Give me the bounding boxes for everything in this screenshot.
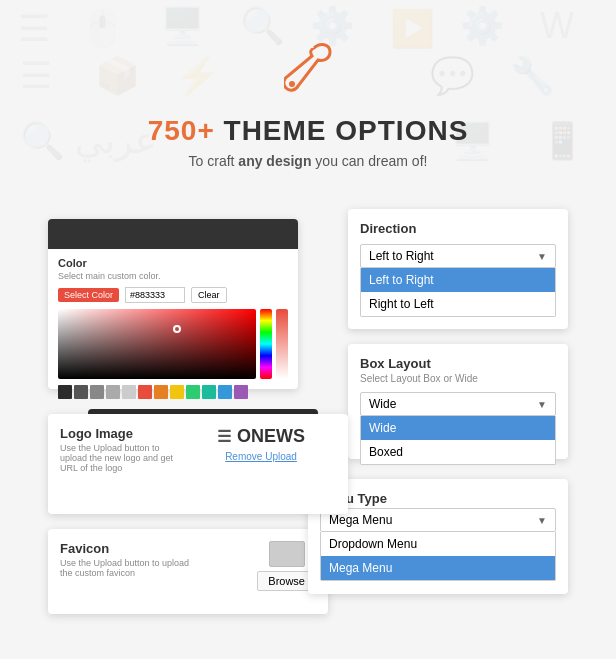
- logo-name: ONEWS: [237, 426, 305, 447]
- menu-type-selected-text: Mega Menu: [329, 513, 392, 527]
- color-swatch[interactable]: [90, 385, 104, 399]
- color-sublabel: Select main custom color.: [58, 271, 288, 281]
- color-swatch[interactable]: [186, 385, 200, 399]
- color-swatch[interactable]: [170, 385, 184, 399]
- box-layout-selected-text: Wide: [369, 397, 396, 411]
- favicon-card: Favicon Use the Upload button to upload …: [48, 529, 328, 614]
- direction-label: Direction: [360, 221, 556, 236]
- color-swatch[interactable]: [106, 385, 120, 399]
- color-swatch[interactable]: [138, 385, 152, 399]
- color-label: Color: [58, 257, 288, 269]
- favicon-info: Favicon Use the Upload button to upload …: [60, 541, 190, 584]
- menu-type-option-dropdown[interactable]: Dropdown Menu: [321, 532, 555, 556]
- color-hue-bar[interactable]: [260, 309, 272, 379]
- color-picker-area: [58, 309, 288, 379]
- color-swatch[interactable]: [58, 385, 72, 399]
- subtitle-part1: To craft: [189, 153, 239, 169]
- color-select-row: Select Color Clear: [58, 287, 288, 303]
- color-swatch[interactable]: [218, 385, 232, 399]
- direction-card: Direction Left to Right ▼ Left to Right …: [348, 209, 568, 329]
- header-title: 750+ THEME OPTIONS: [148, 115, 469, 147]
- color-swatch[interactable]: [74, 385, 88, 399]
- title-main: THEME OPTIONS: [215, 115, 469, 146]
- header-section: 750+ THEME OPTIONS To craft any design y…: [148, 0, 469, 169]
- color-swatches: [58, 385, 288, 399]
- favicon-thumbnail: [269, 541, 305, 567]
- main-content: 750+ THEME OPTIONS To craft any design y…: [0, 0, 616, 639]
- color-hex-input[interactable]: [125, 287, 185, 303]
- direction-dropdown[interactable]: Left to Right ▼ Left to Right Right to L…: [360, 244, 556, 317]
- direction-option-ltr[interactable]: Left to Right: [361, 268, 555, 292]
- color-swatch[interactable]: [234, 385, 248, 399]
- menu-type-dropdown[interactable]: Mega Menu ▼ Dropdown Menu Mega Menu: [320, 508, 556, 581]
- box-layout-label: Box Layout: [360, 356, 556, 371]
- menu-type-selected[interactable]: Mega Menu ▼: [320, 508, 556, 532]
- favicon-label: Favicon: [60, 541, 190, 556]
- wrench-icon: [148, 40, 469, 107]
- title-highlight: 750+: [148, 115, 215, 146]
- logo-sublabel: Use the Upload button to upload the new …: [60, 443, 180, 473]
- box-layout-option-boxed[interactable]: Boxed: [361, 440, 555, 464]
- color-spectrum[interactable]: [58, 309, 256, 379]
- menu-type-options: Dropdown Menu Mega Menu: [320, 532, 556, 581]
- chevron-down-icon: ▼: [537, 399, 547, 410]
- direction-options: Left to Right Right to Left: [360, 268, 556, 317]
- menu-type-label: Menu Type: [320, 491, 556, 506]
- menu-type-option-mega[interactable]: Mega Menu: [321, 556, 555, 580]
- header-subtitle: To craft any design you can dream of!: [148, 153, 469, 169]
- color-swatch[interactable]: [202, 385, 216, 399]
- box-layout-card: Box Layout Select Layout Box or Wide Wid…: [348, 344, 568, 459]
- favicon-sublabel: Use the Upload button to upload the cust…: [60, 558, 190, 578]
- color-card-header: [48, 219, 298, 249]
- box-layout-dropdown[interactable]: Wide ▼ Wide Boxed: [360, 392, 556, 465]
- logo-card: Logo Image Use the Upload button to uplo…: [48, 414, 348, 514]
- logo-info: Logo Image Use the Upload button to uplo…: [60, 426, 180, 479]
- color-swatch[interactable]: [122, 385, 136, 399]
- cards-area: Color Select main custom color. Select C…: [18, 199, 598, 639]
- chevron-down-icon: ▼: [537, 251, 547, 262]
- direction-selected-text: Left to Right: [369, 249, 434, 263]
- subtitle-part2: you can dream of!: [311, 153, 427, 169]
- color-select-button[interactable]: Select Color: [58, 288, 119, 302]
- box-layout-selected[interactable]: Wide ▼: [360, 392, 556, 416]
- box-layout-sublabel: Select Layout Box or Wide: [360, 373, 556, 384]
- chevron-down-icon: ▼: [537, 515, 547, 526]
- color-spectrum-cursor: [173, 325, 181, 333]
- hamburger-icon: ☰: [217, 427, 231, 446]
- color-alpha-bar[interactable]: [276, 309, 288, 379]
- logo-text: ☰ ONEWS: [217, 426, 305, 447]
- subtitle-bold: any design: [238, 153, 311, 169]
- logo-label: Logo Image: [60, 426, 180, 441]
- color-swatch[interactable]: [154, 385, 168, 399]
- box-layout-options: Wide Boxed: [360, 416, 556, 465]
- remove-upload-link[interactable]: Remove Upload: [225, 451, 297, 462]
- direction-option-rtl[interactable]: Right to Left: [361, 292, 555, 316]
- direction-selected[interactable]: Left to Right ▼: [360, 244, 556, 268]
- color-clear-button[interactable]: Clear: [191, 287, 227, 303]
- logo-display: ☰ ONEWS Remove Upload: [186, 426, 336, 462]
- svg-point-0: [289, 81, 295, 87]
- color-picker-card: Color Select main custom color. Select C…: [48, 219, 298, 389]
- box-layout-option-wide[interactable]: Wide: [361, 416, 555, 440]
